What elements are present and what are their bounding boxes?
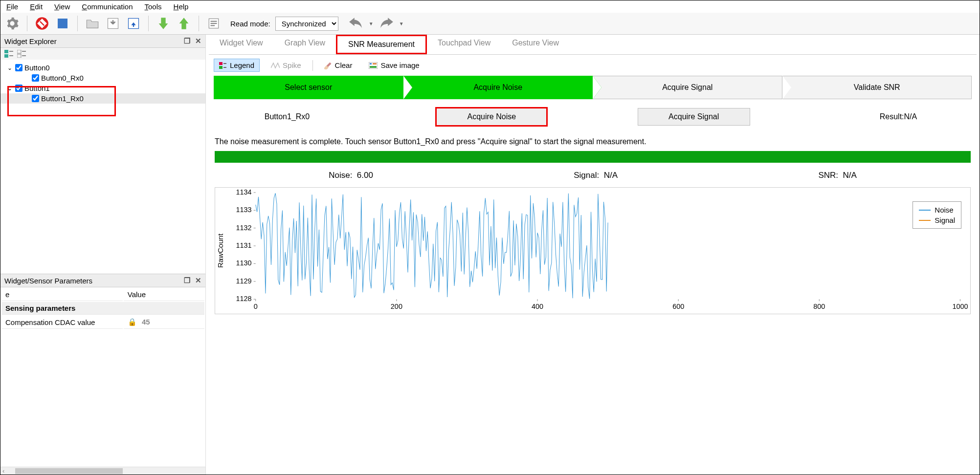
tab-snr-measurement[interactable]: SNR Measurement [336, 35, 427, 54]
svg-rect-16 [17, 54, 21, 58]
svg-rect-26 [373, 63, 377, 65]
horizontal-scrollbar[interactable]: ‹ [0, 467, 205, 475]
acquire-noise-button[interactable]: Acquire Noise [435, 107, 548, 127]
metrics-row: Noise: 6.00 Signal: N/A SNR: N/A [209, 168, 977, 187]
scrollbar-thumb[interactable] [15, 468, 123, 474]
widget-tree: ⌄ Button0 Button0_Rx0 ⌄ Button1 Button1_… [0, 60, 205, 274]
step-label: Validate SNR [854, 83, 900, 92]
save-image-button[interactable]: Save image [363, 59, 424, 72]
collapse-icon[interactable]: ⌄ [6, 65, 13, 71]
tab-gesture-view[interactable]: Gesture View [501, 35, 570, 54]
svg-text:600: 600 [672, 302, 684, 310]
col-name[interactable]: e [1, 288, 123, 301]
undo-dropdown-icon[interactable]: ▼ [369, 21, 374, 26]
collapse-icon[interactable]: ⌄ [6, 85, 13, 92]
upload-icon[interactable] [126, 16, 141, 31]
status-message: The noise measurement is complete. Touch… [209, 134, 977, 149]
view-tabs: Widget View Graph View SNR Measurement T… [209, 35, 977, 55]
step-label: Acquire Signal [662, 83, 713, 92]
save-image-label: Save image [380, 61, 419, 69]
chart-y-axis-label: RawCount [215, 188, 225, 314]
tree-label: Button0 [24, 64, 50, 72]
step-label: Select sensor [285, 83, 332, 92]
arrow-up-green-icon[interactable] [176, 16, 192, 31]
menu-bar: FFileile Edit View Communication Tools H… [0, 0, 980, 13]
widget-explorer-header: Widget Explorer ❐ ✕ [0, 35, 205, 48]
svg-rect-20 [219, 66, 223, 69]
selected-sensor-label: Button1_Rx0 [228, 112, 346, 121]
chart-legend: Noise Signal [913, 201, 961, 229]
legend-label: Legend [230, 61, 254, 69]
svg-rect-27 [370, 66, 377, 68]
menu-help[interactable]: Help [174, 2, 189, 11]
redo-dropdown-icon[interactable]: ▼ [399, 21, 404, 26]
download-icon[interactable] [105, 16, 121, 31]
step-acquire-signal: Acquire Signal [593, 76, 782, 99]
step-acquire-noise: Acquire Noise [403, 76, 593, 99]
tree-item-button0[interactable]: ⌄ Button0 [0, 63, 205, 73]
menu-file[interactable]: FFileile [6, 2, 18, 11]
acquire-signal-button[interactable]: Acquire Signal [638, 108, 750, 126]
document-icon[interactable] [206, 16, 222, 31]
stop-icon[interactable] [55, 16, 70, 31]
explorer-toolbar [0, 48, 205, 60]
svg-rect-22 [223, 67, 226, 68]
svg-rect-3 [58, 19, 67, 28]
param-group-label: Sensing parameters [1, 302, 204, 315]
result-text: Result:N/A [840, 112, 957, 121]
params-table: e Value Sensing parameters Compensation … [0, 287, 205, 330]
chart-plot-area[interactable]: 1128112911301131113211331134020040060080… [225, 188, 970, 314]
close-icon[interactable]: ✕ [195, 37, 201, 45]
svg-rect-13 [9, 51, 13, 52]
noise-metric: Noise: 6.00 [329, 171, 373, 180]
checkbox-button1-rx0[interactable] [32, 95, 39, 102]
tab-widget-view[interactable]: Widget View [209, 35, 274, 54]
snr-metric: SNR: N/A [818, 171, 856, 180]
signal-metric: Signal: N/A [574, 171, 618, 180]
disconnect-icon[interactable] [34, 16, 50, 31]
menu-edit[interactable]: Edit [30, 2, 43, 11]
checkbox-button1[interactable] [15, 85, 22, 92]
clear-button[interactable]: Clear [319, 59, 358, 72]
menu-communication[interactable]: Communication [82, 2, 133, 11]
svg-text:1131: 1131 [236, 241, 251, 249]
check-all-icon[interactable] [4, 50, 14, 58]
step-indicator: Select sensor Acquire Noise Acquire Sign… [209, 76, 977, 99]
svg-rect-17 [22, 51, 26, 52]
spike-button[interactable]: Spike [266, 59, 307, 72]
tree-item-button0-rx0[interactable]: Button0_Rx0 [0, 73, 205, 83]
param-row[interactable]: Compensation CDAC value 🔒 45 [1, 316, 204, 329]
params-header: Widget/Sensor Parameters ❐ ✕ [0, 274, 205, 287]
arrow-down-green-icon[interactable] [156, 16, 171, 31]
read-mode-select[interactable]: Synchronized [275, 17, 338, 31]
gear-icon[interactable] [4, 16, 20, 31]
uncheck-all-icon[interactable] [17, 50, 27, 58]
checkbox-button0[interactable] [15, 64, 22, 71]
read-mode-label: Read mode: [230, 20, 270, 28]
menu-tools[interactable]: Tools [145, 2, 162, 11]
lock-icon: 🔒 [128, 318, 137, 326]
svg-text:1130: 1130 [236, 259, 251, 267]
restore-icon[interactable]: ❐ [184, 37, 190, 45]
tree-item-button1[interactable]: ⌄ Button1 [0, 83, 205, 93]
legend-noise: Noise [919, 205, 955, 215]
param-group-row[interactable]: Sensing parameters [1, 302, 204, 315]
scroll-left-icon[interactable]: ‹ [0, 467, 6, 475]
legend-button[interactable]: Legend [214, 59, 260, 72]
restore-icon[interactable]: ❐ [184, 276, 190, 285]
undo-icon[interactable] [348, 16, 364, 31]
col-value[interactable]: Value [124, 288, 204, 301]
tab-touchpad-view[interactable]: Touchpad View [427, 35, 501, 54]
clear-label: Clear [335, 61, 353, 69]
open-folder-icon[interactable] [85, 16, 100, 31]
checkbox-button0-rx0[interactable] [32, 74, 39, 82]
menu-view[interactable]: View [54, 2, 70, 11]
step-validate-snr: Validate SNR [782, 76, 972, 99]
tree-item-button1-rx0[interactable]: Button1_Rx0 [0, 93, 205, 104]
tab-graph-view[interactable]: Graph View [274, 35, 336, 54]
redo-icon[interactable] [379, 16, 394, 31]
param-value: 45 [142, 318, 150, 326]
svg-text:400: 400 [532, 302, 543, 310]
svg-rect-14 [9, 55, 13, 56]
close-icon[interactable]: ✕ [195, 276, 201, 285]
